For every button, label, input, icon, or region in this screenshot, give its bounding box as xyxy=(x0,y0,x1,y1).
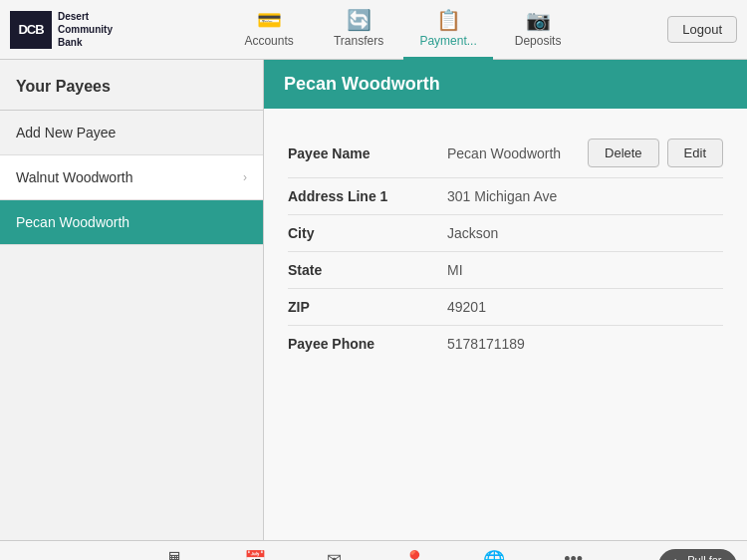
tab-payments[interactable]: 📋 Payment... xyxy=(403,0,493,60)
state-label: State xyxy=(288,262,447,278)
transfers-icon: 🔄 xyxy=(347,8,372,32)
bottom-tabs: 🖩 Calculator 📅 Calendar ✉ Contact 📍 Loca… xyxy=(90,541,658,561)
bottom-toolbar: Version: 3.0.3 🖩 Calculator 📅 Calendar ✉… xyxy=(0,540,747,560)
chevron-icon: › xyxy=(243,170,247,184)
locations-icon: 📍 xyxy=(403,549,425,561)
zip-label: ZIP xyxy=(288,299,447,315)
settings-button[interactable]: ⚙ Pull forSettings xyxy=(658,549,737,561)
bottom-tab-calendar[interactable]: 📅 Calendar xyxy=(215,541,295,561)
phone-value: 5178171189 xyxy=(447,336,723,352)
tab-transfers-label: Transfers xyxy=(334,34,383,48)
city-value: Jackson xyxy=(447,225,723,241)
deposits-icon: 📷 xyxy=(526,8,551,32)
tab-deposits-label: Deposits xyxy=(515,34,562,48)
payee-name-label: Payee Name xyxy=(288,145,447,161)
edit-button[interactable]: Edit xyxy=(667,139,723,167)
more-icon: ••• xyxy=(564,549,583,560)
payee-name-value: Pecan Woodworth xyxy=(447,145,588,161)
tab-transfers[interactable]: 🔄 Transfers xyxy=(314,0,403,60)
logo-text: DesertCommunityBank xyxy=(58,10,113,49)
bottom-tab-contact[interactable]: ✉ Contact xyxy=(295,541,374,561)
zip-value: 49201 xyxy=(447,299,723,315)
top-navigation: DCB DesertCommunityBank 💳 Accounts 🔄 Tra… xyxy=(0,0,747,60)
calculator-icon: 🖩 xyxy=(166,549,184,560)
bottom-tab-calculator[interactable]: 🖩 Calculator xyxy=(135,541,215,561)
bank-name: DesertCommunityBank xyxy=(58,10,113,49)
action-buttons: Delete Edit xyxy=(588,139,723,167)
sidebar-title: Your Payees xyxy=(0,60,263,111)
main-layout: Your Payees Add New Payee Walnut Woodwor… xyxy=(0,60,747,540)
phone-label: Payee Phone xyxy=(288,336,447,352)
city-label: City xyxy=(288,225,447,241)
sidebar-item-walnut[interactable]: Walnut Woodworth › xyxy=(0,155,263,200)
accounts-icon: 💳 xyxy=(257,8,282,32)
nav-tabs: 💳 Accounts 🔄 Transfers 📋 Payment... 📷 De… xyxy=(139,0,667,60)
zip-row: ZIP 49201 xyxy=(288,289,723,326)
contact-icon: ✉ xyxy=(327,549,342,561)
city-row: City Jackson xyxy=(288,215,723,252)
logo-box: DCB xyxy=(10,11,52,49)
add-payee-label: Add New Payee xyxy=(16,125,116,140)
state-value: MI xyxy=(447,262,723,278)
payee-name-row: Payee Name Pecan Woodworth Delete Edit xyxy=(288,129,723,178)
payee-details: Payee Name Pecan Woodworth Delete Edit A… xyxy=(264,109,747,382)
payments-icon: 📋 xyxy=(436,8,461,32)
tab-deposits[interactable]: 📷 Deposits xyxy=(493,0,583,60)
delete-button[interactable]: Delete xyxy=(588,139,659,167)
state-row: State MI xyxy=(288,252,723,289)
phone-row: Payee Phone 5178171189 xyxy=(288,326,723,362)
tab-payments-label: Payment... xyxy=(419,34,476,48)
address-value: 301 Michigan Ave xyxy=(447,188,723,204)
add-payee-item[interactable]: Add New Payee xyxy=(0,111,263,155)
logout-button[interactable]: Logout xyxy=(667,16,737,43)
online-banking-icon: 🌐 xyxy=(483,549,505,561)
bottom-tab-more[interactable]: ••• More xyxy=(534,541,614,561)
address-row: Address Line 1 301 Michigan Ave xyxy=(288,178,723,215)
gear-icon: ⚙ xyxy=(668,556,682,560)
bottom-tab-locations[interactable]: 📍 Locations xyxy=(374,541,454,561)
calendar-icon: 📅 xyxy=(244,549,266,561)
address-label: Address Line 1 xyxy=(288,188,447,204)
tab-accounts[interactable]: 💳 Accounts xyxy=(224,0,314,60)
sidebar: Your Payees Add New Payee Walnut Woodwor… xyxy=(0,60,264,540)
logo-area: DCB DesertCommunityBank xyxy=(10,10,139,49)
sidebar-item-pecan[interactable]: Pecan Woodworth xyxy=(0,200,263,245)
logo-initials: DCB xyxy=(18,22,43,37)
settings-label: Pull forSettings xyxy=(687,554,727,561)
content-panel: Pecan Woodworth Payee Name Pecan Woodwor… xyxy=(264,60,747,540)
content-header: Pecan Woodworth xyxy=(264,60,747,109)
walnut-name: Walnut Woodworth xyxy=(16,169,133,185)
bottom-tab-online-banking[interactable]: 🌐 Online Banking xyxy=(454,541,534,561)
tab-accounts-label: Accounts xyxy=(244,34,293,48)
pecan-name: Pecan Woodworth xyxy=(16,214,129,230)
